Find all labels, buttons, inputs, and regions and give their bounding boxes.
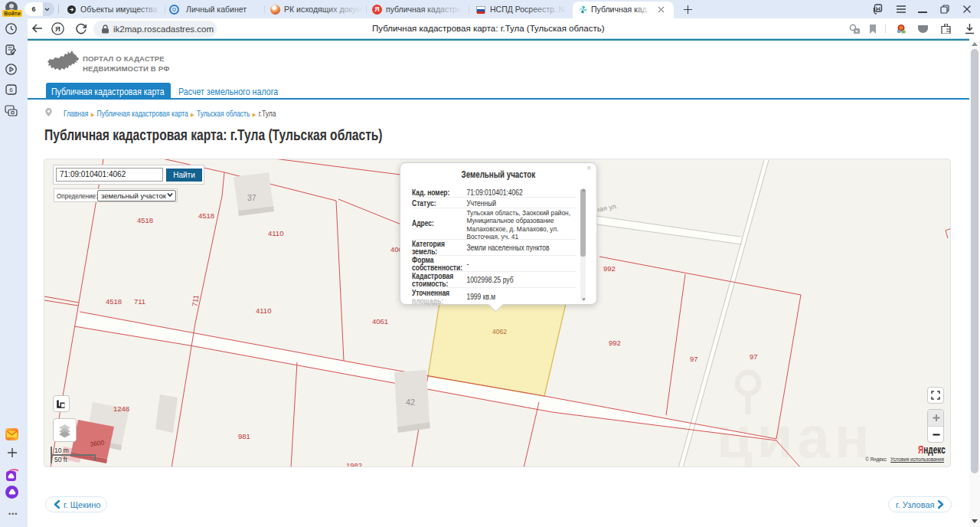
svg-text:1982: 1982: [346, 461, 362, 467]
svg-text:37: 37: [247, 193, 256, 202]
svg-text:711: 711: [191, 294, 201, 306]
svg-text:4062: 4062: [492, 328, 507, 336]
svg-text:Я: Я: [55, 25, 60, 33]
svg-text:4061: 4061: [372, 317, 388, 326]
svg-text:1248: 1248: [113, 404, 129, 413]
svg-text:981: 981: [238, 432, 250, 440]
svg-text:97: 97: [750, 352, 758, 361]
svg-text:4110: 4110: [256, 306, 271, 315]
svg-text:4110: 4110: [268, 229, 283, 237]
svg-text:4518: 4518: [137, 216, 153, 224]
svg-text:711: 711: [134, 297, 145, 306]
svg-text:97: 97: [690, 355, 698, 363]
svg-text:4518: 4518: [198, 211, 214, 220]
svg-text:4518: 4518: [106, 297, 122, 306]
svg-text:42: 42: [406, 398, 415, 407]
svg-text:6: 6: [9, 87, 13, 93]
svg-text:992: 992: [609, 339, 621, 347]
svg-text:992: 992: [603, 264, 616, 273]
